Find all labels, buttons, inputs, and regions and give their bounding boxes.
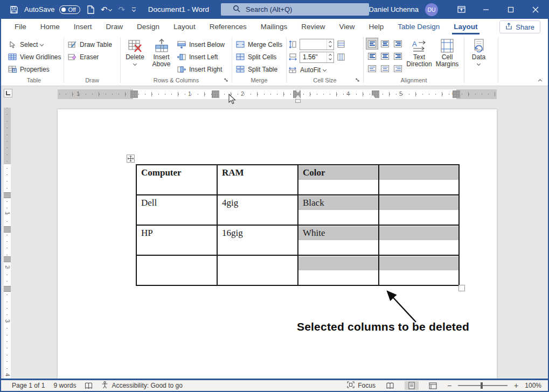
eraser-button[interactable]: Eraser (65, 51, 114, 63)
align-center-right-button[interactable] (392, 50, 404, 62)
select-button[interactable]: Select (5, 38, 63, 51)
draw-table-button[interactable]: Draw Table (65, 38, 114, 51)
word-count[interactable]: 9 words (53, 382, 76, 389)
vertical-ruler[interactable]: 1 2 3 4 (4, 108, 11, 379)
column-boundary-marker[interactable] (130, 90, 138, 98)
table-move-handle[interactable] (127, 155, 135, 163)
autosave-toggle[interactable]: Off (59, 5, 80, 14)
tab-insert[interactable]: Insert (67, 19, 99, 34)
autofit-button[interactable]: AutoFit (288, 64, 346, 76)
align-top-left-button[interactable] (366, 38, 378, 50)
row-boundary-marker[interactable] (4, 256, 11, 262)
rows-columns-dialog-launcher[interactable] (224, 78, 230, 86)
web-layout-button[interactable] (425, 382, 441, 390)
row-height-input[interactable] (300, 39, 334, 50)
customize-toolbar-icon[interactable] (132, 8, 136, 11)
print-layout-button[interactable] (405, 381, 419, 390)
row-height-spinner[interactable] (326, 39, 333, 50)
table-cell-selected[interactable]: Color (298, 165, 379, 195)
zoom-in-button[interactable]: + (514, 381, 518, 390)
merge-cells-button[interactable]: Merge Cells (233, 38, 284, 51)
undo-button[interactable]: ↶ (101, 4, 112, 16)
document-page[interactable]: Computer RAM Color Dell 4gig Black HP 16… (58, 109, 497, 379)
new-document-icon[interactable] (85, 4, 96, 16)
first-line-indent-marker[interactable] (295, 89, 301, 93)
table-cell-selected[interactable]: White (298, 225, 379, 255)
save-icon[interactable] (9, 4, 19, 16)
insert-below-button[interactable]: Insert Below (175, 38, 227, 51)
table-cell-selected[interactable]: Black (298, 195, 379, 225)
tab-stop-selector[interactable] (4, 89, 12, 97)
column-width-spinner[interactable] (326, 52, 333, 62)
tab-review[interactable]: Review (294, 19, 332, 34)
collapse-ribbon-icon[interactable] (538, 79, 542, 83)
table-cell[interactable]: 4gig (217, 195, 298, 225)
table-cell[interactable]: 16gig (217, 225, 298, 255)
search-input[interactable]: Search (Alt+Q) (221, 3, 369, 16)
zoom-slider[interactable] (458, 385, 508, 386)
insert-left-button[interactable]: Insert Left (175, 51, 227, 63)
focus-button[interactable]: Focus (347, 381, 376, 390)
column-boundary-marker[interactable] (453, 90, 460, 98)
split-table-button[interactable]: Split Table (233, 63, 284, 75)
table-cell-selected[interactable] (298, 255, 379, 285)
column-width-input[interactable] (300, 52, 334, 63)
column-boundary-marker[interactable] (212, 90, 219, 98)
right-indent-marker[interactable] (370, 95, 376, 99)
tab-file[interactable]: File (8, 19, 33, 34)
row-boundary-marker[interactable] (4, 286, 11, 292)
cell-size-dialog-launcher[interactable] (356, 78, 361, 86)
table-properties-button[interactable]: Properties (5, 63, 63, 75)
tab-layout[interactable]: Layout (166, 19, 203, 34)
zoom-level[interactable]: 100% (525, 382, 541, 389)
insert-right-button[interactable]: Insert Right (175, 63, 227, 75)
align-top-right-button[interactable] (392, 38, 404, 50)
tab-draw[interactable]: Draw (99, 19, 130, 34)
table-cell-selected[interactable] (379, 165, 459, 195)
tab-references[interactable]: References (203, 19, 254, 34)
table-cell-selected[interactable] (379, 255, 459, 285)
left-indent-marker[interactable] (295, 99, 301, 103)
row-boundary-marker[interactable] (4, 226, 11, 233)
table-cell-selected[interactable] (379, 225, 459, 255)
tab-mailings[interactable]: Mailings (254, 19, 295, 34)
align-bottom-center-button[interactable] (379, 62, 391, 74)
align-top-center-button[interactable] (379, 38, 391, 50)
horizontal-ruler[interactable]: 1 1 2 4 5 6 (58, 89, 497, 99)
page-indicator[interactable]: Page 1 of 1 (12, 382, 45, 389)
close-button[interactable] (523, 0, 548, 19)
read-mode-button[interactable] (382, 382, 398, 390)
align-bottom-left-button[interactable] (366, 62, 378, 74)
table-cell[interactable]: Computer (136, 165, 217, 195)
row-boundary-marker[interactable] (4, 192, 11, 198)
tab-table-design[interactable]: Table Design (391, 19, 447, 34)
tab-table-layout-active[interactable]: Layout (447, 19, 484, 34)
tab-view[interactable]: View (332, 19, 362, 34)
avatar[interactable]: DU (425, 3, 438, 16)
minimize-button[interactable] (474, 0, 498, 19)
tab-design[interactable]: Design (130, 19, 166, 34)
user-name[interactable]: Daniel Uchenna (369, 5, 419, 13)
distribute-rows-icon[interactable] (336, 40, 346, 48)
tab-help[interactable]: Help (362, 19, 391, 34)
accessibility-status[interactable]: Accessibility: Good to go (101, 381, 182, 390)
share-button[interactable]: Share (499, 20, 540, 33)
data-button[interactable]: Data (465, 37, 492, 76)
proofing-icon[interactable] (85, 382, 93, 389)
hanging-indent-marker[interactable] (295, 95, 301, 99)
tab-home[interactable]: Home (33, 19, 67, 34)
align-bottom-right-button[interactable] (392, 62, 404, 74)
text-direction-button[interactable]: A Text Direction (405, 37, 433, 76)
align-center-left-button[interactable] (366, 50, 378, 62)
distribute-columns-icon[interactable] (336, 53, 346, 61)
table-cell[interactable]: Dell (136, 195, 217, 225)
ribbon-display-options-icon[interactable] (449, 0, 474, 19)
zoom-slider-thumb[interactable] (481, 382, 483, 389)
align-center-button[interactable] (379, 50, 391, 62)
table-cell[interactable]: RAM (217, 165, 298, 195)
table-cell-selected[interactable] (379, 195, 459, 225)
zoom-out-button[interactable]: − (447, 381, 451, 390)
view-gridlines-button[interactable]: View Gridlines (5, 51, 63, 63)
insert-above-button[interactable]: Insert Above (148, 37, 175, 76)
maximize-button[interactable] (498, 0, 523, 19)
